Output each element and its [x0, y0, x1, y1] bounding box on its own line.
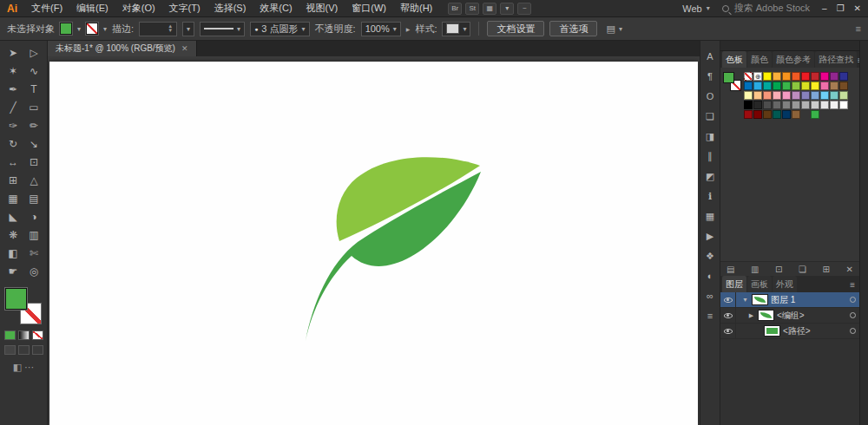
- swatch[interactable]: [773, 82, 781, 90]
- layers-tab-2[interactable]: 画板: [747, 276, 772, 292]
- swatch[interactable]: [830, 101, 838, 109]
- blend-tool[interactable]: ◑: [23, 207, 44, 226]
- menu-item-file[interactable]: 文件(F): [24, 0, 69, 16]
- swatch[interactable]: [792, 72, 800, 81]
- new-color-group-button[interactable]: ❏: [799, 265, 806, 274]
- fill-color-swatch[interactable]: [60, 23, 72, 35]
- transform-panel-icon[interactable]: ◨: [701, 128, 720, 145]
- swatch[interactable]: [811, 82, 819, 90]
- stroke-panel-icon[interactable]: ≡: [701, 307, 720, 324]
- fill-proxy-swatch[interactable]: [723, 72, 734, 83]
- menu-item-select[interactable]: 选择(S): [207, 0, 253, 16]
- swatch[interactable]: [792, 82, 800, 90]
- layer-row[interactable]: ▶<编组>: [720, 308, 859, 324]
- artboards-panel-icon[interactable]: ❏: [701, 108, 720, 125]
- swatch[interactable]: [782, 82, 791, 90]
- actions-panel-icon[interactable]: ▶: [701, 227, 720, 245]
- fill-proxy-swatch[interactable]: [5, 288, 27, 310]
- symbols-panel-icon[interactable]: ∞: [701, 287, 720, 304]
- stroke-weight-stepper[interactable]: ▲▼: [139, 22, 177, 36]
- swatches-tab-2[interactable]: 颜色: [747, 51, 772, 68]
- gpu-performance-icon[interactable]: ~: [517, 3, 531, 15]
- swatch[interactable]: [744, 72, 753, 81]
- swatches-tab-3[interactable]: 颜色参考: [773, 51, 814, 68]
- new-swatch-button[interactable]: ⊞: [823, 265, 830, 274]
- column-graph-tool[interactable]: ▥: [23, 226, 44, 244]
- swatch[interactable]: [744, 101, 753, 109]
- menu-item-view[interactable]: 视图(V): [299, 0, 345, 16]
- swatch[interactable]: [753, 110, 762, 119]
- swatch[interactable]: [773, 91, 781, 100]
- close-icon[interactable]: ✕: [181, 44, 188, 53]
- none-mode-button[interactable]: [32, 330, 43, 340]
- swatch-options-button[interactable]: ⊡: [775, 265, 782, 274]
- layer-row[interactable]: <路径>: [720, 324, 859, 339]
- swatch[interactable]: [753, 82, 762, 90]
- swatch-kinds-menu-button[interactable]: ▥: [751, 265, 759, 274]
- pathfinder-panel-icon[interactable]: ◩: [701, 167, 720, 185]
- swatch[interactable]: [830, 91, 838, 100]
- paragraph-panel-icon[interactable]: ¶: [701, 68, 720, 85]
- stock-icon[interactable]: St: [465, 3, 479, 15]
- canvas-area[interactable]: [48, 56, 700, 425]
- bridge-icon[interactable]: Br: [448, 3, 462, 15]
- swatch[interactable]: [801, 91, 810, 100]
- preferences-button[interactable]: 首选项: [549, 21, 597, 36]
- layer-target-circle[interactable]: [850, 312, 856, 318]
- swatch[interactable]: [763, 91, 772, 100]
- selection-tool[interactable]: ➤: [3, 43, 23, 62]
- appearance-panel-icon[interactable]: ◐: [701, 267, 720, 284]
- layers-tab-1[interactable]: 图层: [722, 276, 746, 292]
- character-panel-icon[interactable]: A: [701, 48, 720, 65]
- swatch[interactable]: [773, 101, 781, 109]
- line-segment-tool[interactable]: ╱: [3, 98, 23, 116]
- swatches-tab-1[interactable]: 色板: [722, 51, 746, 68]
- swatch-libraries-menu-button[interactable]: ▤: [727, 265, 734, 274]
- swatch[interactable]: [744, 82, 753, 90]
- align-panel-icon[interactable]: ∥: [701, 147, 720, 165]
- swatch[interactable]: [820, 101, 829, 109]
- eyedropper-tool[interactable]: ◣: [3, 207, 23, 226]
- swatches-tab-4[interactable]: 路径查找: [815, 51, 857, 68]
- gradient-tool[interactable]: ▤: [23, 189, 44, 207]
- close-button[interactable]: ✕: [854, 3, 861, 13]
- arrange-documents-chevron[interactable]: ▾: [500, 3, 514, 15]
- layer-expand-toggle[interactable]: ▼: [741, 297, 749, 303]
- menu-item-edit[interactable]: 编辑(E): [69, 0, 115, 16]
- swatch[interactable]: [763, 110, 772, 119]
- swatch[interactable]: [792, 110, 800, 119]
- leaf-logo-artwork[interactable]: [49, 62, 698, 425]
- swatch[interactable]: [773, 110, 781, 119]
- app-logo-icon[interactable]: Ai: [0, 3, 24, 15]
- swatch[interactable]: [792, 91, 800, 100]
- graphic-styles-panel-icon[interactable]: ❖: [701, 247, 720, 265]
- stock-search-field[interactable]: 搜索 Adobe Stock: [722, 2, 810, 15]
- brush-definition-dropdown[interactable]: ● 3 点圆形 ▾: [250, 22, 309, 36]
- visibility-toggle[interactable]: [720, 324, 736, 338]
- delete-swatch-button[interactable]: ✕: [846, 265, 853, 274]
- arrange-documents-icon[interactable]: ▦: [483, 3, 496, 15]
- swatch[interactable]: [744, 91, 753, 100]
- restore-button[interactable]: ❐: [837, 3, 845, 13]
- menu-item-object[interactable]: 对象(O): [115, 0, 162, 16]
- color-mode-button[interactable]: [4, 330, 16, 340]
- artboard[interactable]: [49, 62, 698, 425]
- magic-wand-tool[interactable]: ✶: [3, 62, 23, 80]
- transparency-panel-icon[interactable]: ▦: [701, 207, 720, 225]
- workspace-switcher[interactable]: Web ▾: [682, 3, 709, 14]
- gradient-mode-button[interactable]: [18, 330, 30, 340]
- swatch[interactable]: [811, 110, 819, 119]
- swatch[interactable]: [801, 101, 810, 109]
- free-transform-tool[interactable]: ⊡: [23, 153, 44, 171]
- control-bar-menu-icon[interactable]: ≡: [856, 23, 861, 34]
- swatch[interactable]: [801, 72, 810, 81]
- swatch[interactable]: [753, 91, 762, 100]
- swatch[interactable]: [811, 72, 819, 81]
- swatch[interactable]: [782, 91, 791, 100]
- opentype-panel-icon[interactable]: O: [701, 88, 720, 105]
- rotate-tool[interactable]: ↻: [3, 134, 23, 153]
- scale-tool[interactable]: ↘: [23, 134, 44, 153]
- swatch[interactable]: ⊕: [753, 72, 762, 81]
- artboard-tool[interactable]: ◧: [3, 244, 23, 262]
- swatch[interactable]: [820, 91, 829, 100]
